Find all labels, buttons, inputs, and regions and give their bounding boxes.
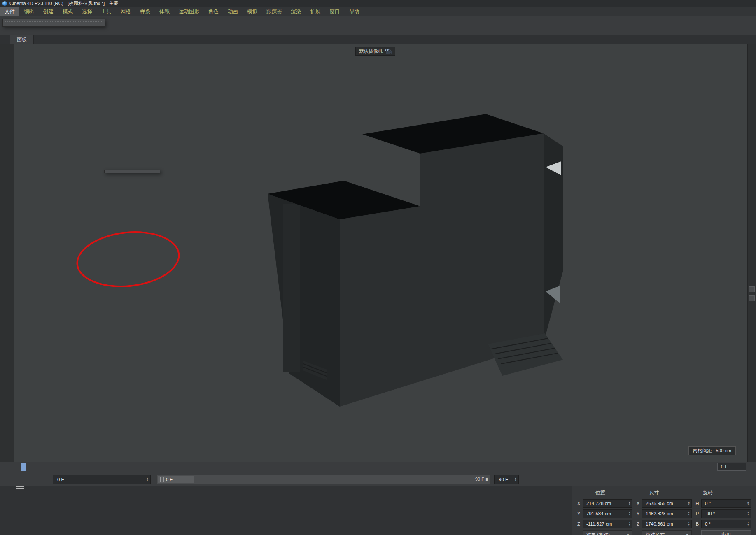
- spinner-arrows-icon[interactable]: ▲▼: [514, 477, 517, 482]
- camera-label-text: 默认摄像机: [359, 48, 383, 54]
- position-header: 位置: [590, 489, 644, 497]
- rotation-header: 旋转: [697, 489, 751, 497]
- end-frame-value: 90 F: [499, 477, 512, 482]
- position-group: X 214.728 cm▲▼ Y 791.584 cm▲▼ Z -111.827…: [576, 499, 632, 535]
- position-y-field[interactable]: 791.584 cm▲▼: [583, 509, 632, 518]
- rotation-group: H 0 °▲▼ P -90 °▲▼ B 0 °▲▼ 应用: [695, 499, 751, 535]
- menubar-item-角色[interactable]: 角色: [204, 7, 223, 16]
- menubar-item-跟踪器[interactable]: 跟踪器: [262, 7, 287, 16]
- position-z-field[interactable]: -111.827 cm▲▼: [583, 520, 632, 528]
- coordinate-mode-select[interactable]: 对象 (相对)▼: [583, 530, 632, 535]
- right-panel-strip: [747, 44, 756, 462]
- perspective-viewport[interactable]: 默认摄像机 网格间距 : 500 cm: [14, 44, 747, 462]
- slider-handle-value: 0 F: [166, 477, 173, 482]
- left-mode-toolbar: [0, 44, 14, 462]
- size-group: X 2675.955 cm▲▼ Y 1482.823 cm▲▼ Z 1740.3…: [636, 499, 692, 535]
- menubar-item-扩展[interactable]: 扩展: [306, 7, 325, 16]
- menubar-item-工具[interactable]: 工具: [97, 7, 116, 16]
- file-menu: [2, 19, 105, 27]
- cinema4d-window: { "window": { "title": "Cinema 4D R23.11…: [0, 0, 756, 535]
- menubar-item-动画[interactable]: 动画: [223, 7, 243, 16]
- timeline-end-box[interactable]: 0 F: [717, 463, 746, 471]
- grid-spacing-label: 网格间距 : 500 cm: [688, 446, 736, 455]
- coordinates-menu-icon[interactable]: [576, 491, 584, 491]
- pos-y-label: Y: [576, 511, 581, 516]
- material-manager: [0, 486, 572, 535]
- rotation-b-field[interactable]: 0 °▲▼: [701, 520, 751, 528]
- end-frame-spinner[interactable]: 90 F ▲▼: [494, 475, 519, 484]
- camera-label[interactable]: 默认摄像机: [355, 47, 395, 56]
- pos-x-label: X: [576, 501, 581, 506]
- rot-b-label: B: [695, 521, 700, 526]
- right-strip-handle-icon[interactable]: [749, 286, 755, 292]
- menubar-item-模拟[interactable]: 模拟: [243, 7, 262, 16]
- position-x-field[interactable]: 214.728 cm▲▼: [583, 499, 632, 508]
- material-menu-icon[interactable]: [16, 486, 24, 487]
- timeline-slider[interactable]: 0 F 90 F ▮: [156, 475, 491, 484]
- coordinates-manager: 位置 尺寸 旋转 X 214.728 cm▲▼ Y 791.584 cm▲▼ Z…: [572, 486, 756, 535]
- menubar-item-创建[interactable]: 创建: [39, 7, 58, 16]
- export-submenu: [104, 170, 160, 173]
- size-x-field[interactable]: 2675.955 cm▲▼: [642, 499, 692, 508]
- camera-glyph-icon: [385, 49, 392, 54]
- current-frame-value: 0 F: [57, 477, 144, 482]
- building-balcony-band: [283, 204, 300, 372]
- building-left-face[interactable]: [268, 194, 340, 407]
- panel-tab[interactable]: 面板: [10, 35, 34, 44]
- rotation-h-field[interactable]: 0 °▲▼: [701, 499, 751, 508]
- current-frame-spinner[interactable]: 0 F ▲▼: [53, 475, 151, 484]
- size-z-label: Z: [636, 521, 640, 526]
- viewport-panel-header: 面板: [0, 35, 756, 44]
- size-y-field[interactable]: 1482.823 cm▲▼: [642, 509, 692, 518]
- main-toolbar: [0, 16, 756, 35]
- spinner-arrows-icon[interactable]: ▲▼: [146, 477, 149, 482]
- apply-button[interactable]: 应用: [701, 530, 751, 535]
- menubar-item-窗口[interactable]: 窗口: [325, 7, 345, 16]
- menubar-item-帮助[interactable]: 帮助: [345, 7, 364, 16]
- slider-end-label: 90 F ▮: [475, 477, 488, 482]
- bottom-panels: 位置 尺寸 旋转 X 214.728 cm▲▼ Y 791.584 cm▲▼ Z…: [0, 486, 756, 535]
- building-model[interactable]: [268, 114, 563, 407]
- window-title: Cinema 4D R23.110 (RC) - [校园科技风.fbx *] -…: [9, 0, 118, 7]
- title-bar: Cinema 4D R23.110 (RC) - [校园科技风.fbx *] -…: [0, 0, 756, 7]
- size-x-label: X: [636, 501, 640, 506]
- timeline-slider-handle[interactable]: 0 F: [158, 476, 194, 483]
- size-z-field[interactable]: 1740.361 cm▲▼: [642, 520, 692, 528]
- menubar-item-网格[interactable]: 网格: [116, 7, 135, 16]
- size-y-label: Y: [636, 511, 640, 516]
- menubar-item-体积[interactable]: 体积: [155, 7, 174, 16]
- rot-p-label: P: [695, 511, 700, 516]
- menubar-item-模式[interactable]: 模式: [58, 7, 77, 16]
- viewport-scene: [14, 44, 747, 462]
- menubar-item-样条[interactable]: 样条: [135, 7, 155, 16]
- transport-bar: 0 F ▲▼ 0 F 90 F ▮ 90 F ▲▼: [0, 472, 756, 486]
- rotation-p-field[interactable]: -90 °▲▼: [701, 509, 751, 518]
- menu-drag-grip[interactable]: [5, 21, 102, 24]
- right-strip-handle2-icon[interactable]: [749, 295, 755, 301]
- size-mode-select[interactable]: 绝对尺寸▼: [642, 530, 692, 535]
- menubar-item-选择[interactable]: 选择: [77, 7, 97, 16]
- menubar-item-编辑[interactable]: 编辑: [19, 7, 39, 16]
- timeline-ruler[interactable]: 0 F: [0, 462, 756, 472]
- menubar-item-渲染[interactable]: 渲染: [287, 7, 306, 16]
- slider-grip-icon: [160, 477, 164, 482]
- rot-h-label: H: [695, 501, 700, 506]
- app-logo-icon: [2, 1, 7, 6]
- menubar-item-文件[interactable]: 文件: [0, 7, 19, 16]
- timeline-playhead[interactable]: [21, 463, 26, 471]
- menu-bar: 文件编辑创建模式选择工具网格样条体积运动图形角色动画模拟跟踪器渲染扩展窗口帮助: [0, 7, 756, 16]
- size-header: 尺寸: [644, 489, 698, 497]
- menubar-item-运动图形[interactable]: 运动图形: [174, 7, 204, 16]
- pos-z-label: Z: [576, 521, 581, 526]
